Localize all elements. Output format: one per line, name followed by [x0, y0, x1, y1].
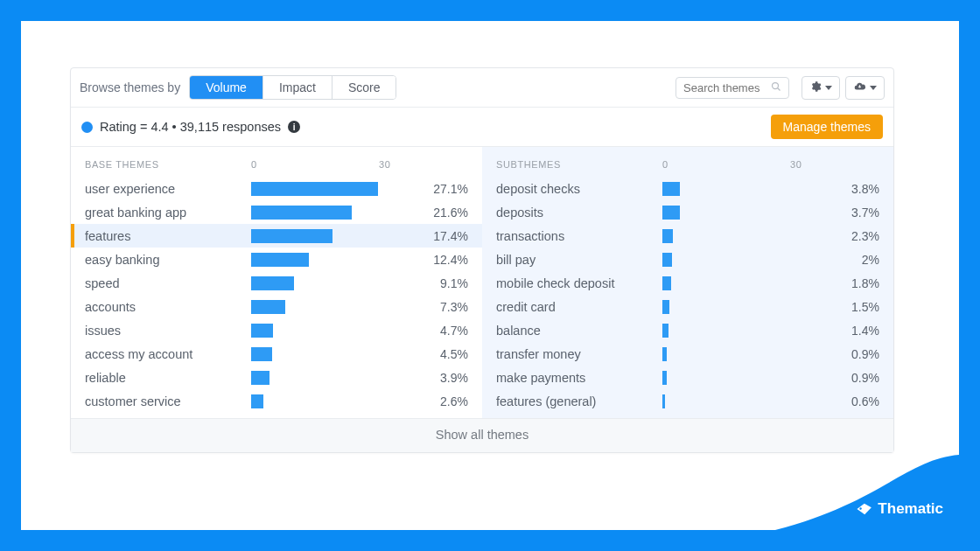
theme-label: mobile check deposit: [496, 276, 662, 290]
theme-bar: [251, 346, 400, 362]
search-input-wrap[interactable]: [676, 77, 789, 99]
theme-label: balance: [496, 324, 662, 338]
theme-label: user experience: [85, 182, 251, 196]
theme-label: deposits: [496, 206, 662, 220]
info-icon[interactable]: i: [288, 121, 300, 133]
theme-pct: 0.9%: [811, 371, 879, 385]
theme-label: deposit checks: [496, 182, 662, 196]
theme-bar: [662, 394, 811, 409]
theme-bar: [251, 370, 400, 386]
theme-row[interactable]: customer service2.6%: [71, 389, 482, 413]
theme-label: make payments: [496, 371, 662, 385]
theme-row[interactable]: accounts7.3%: [71, 295, 482, 318]
theme-bar: [251, 394, 400, 409]
theme-bar: [251, 299, 400, 315]
theme-row[interactable]: issues4.7%: [71, 318, 482, 342]
manage-themes-button[interactable]: Manage themes: [771, 115, 883, 139]
theme-bar: [662, 299, 811, 315]
theme-row[interactable]: access my account4.5%: [71, 342, 482, 366]
theme-bar: [251, 252, 400, 268]
theme-bar: [662, 181, 811, 197]
theme-label: transactions: [496, 229, 662, 243]
theme-pct: 1.4%: [811, 324, 879, 338]
themes-grid: BASE THEMES 0 30 user experience27.1%gre…: [71, 147, 893, 418]
sub-heading: SUBTHEMES: [496, 159, 662, 170]
brand-tag-icon: [856, 500, 875, 517]
theme-bar: [662, 228, 811, 244]
brand-logo: Thematic: [857, 500, 943, 518]
theme-pct: 12.4%: [400, 253, 468, 267]
theme-label: customer service: [85, 394, 251, 408]
theme-label: features (general): [496, 394, 662, 408]
theme-label: accounts: [85, 300, 251, 314]
theme-bar: [662, 323, 811, 338]
theme-pct: 4.5%: [400, 347, 468, 361]
download-button[interactable]: [845, 76, 885, 100]
chevron-down-icon: [870, 86, 877, 90]
theme-row[interactable]: make payments0.9%: [482, 366, 893, 389]
theme-row[interactable]: speed9.1%: [71, 271, 482, 295]
axis-tick-0: 0: [662, 159, 671, 170]
theme-pct: 2%: [811, 253, 879, 267]
theme-label: easy banking: [85, 253, 251, 267]
theme-row[interactable]: transfer money0.9%: [482, 342, 893, 366]
series-dot-icon: [81, 122, 93, 133]
theme-row[interactable]: user experience27.1%: [71, 177, 482, 200]
show-all-themes-button[interactable]: Show all themes: [71, 418, 893, 452]
theme-pct: 1.5%: [811, 300, 879, 314]
svg-line-1: [778, 87, 780, 90]
axis-tick-0: 0: [251, 159, 260, 170]
search-input[interactable]: [683, 81, 766, 94]
tab-impact[interactable]: Impact: [263, 76, 332, 99]
theme-bar: [251, 276, 400, 291]
tab-score[interactable]: Score: [332, 76, 396, 99]
gear-icon: [809, 80, 822, 95]
theme-row[interactable]: bill pay2%: [482, 248, 893, 271]
theme-row[interactable]: features (general)0.6%: [482, 389, 893, 413]
theme-pct: 7.3%: [400, 300, 468, 314]
theme-row[interactable]: transactions2.3%: [482, 224, 893, 248]
theme-bar: [251, 323, 400, 338]
theme-label: speed: [85, 276, 251, 290]
theme-label: features: [85, 229, 251, 243]
theme-row[interactable]: reliable3.9%: [71, 366, 482, 389]
svg-point-0: [773, 82, 779, 88]
theme-pct: 0.9%: [811, 347, 879, 361]
theme-bar: [251, 181, 400, 197]
theme-row[interactable]: deposits3.7%: [482, 200, 893, 224]
theme-row[interactable]: mobile check deposit1.8%: [482, 271, 893, 295]
theme-bar: [251, 228, 400, 244]
theme-bar: [662, 370, 811, 386]
theme-row[interactable]: credit card1.5%: [482, 295, 893, 318]
base-themes-column: BASE THEMES 0 30 user experience27.1%gre…: [71, 147, 482, 418]
theme-row[interactable]: balance1.4%: [482, 318, 893, 342]
theme-row[interactable]: great banking app21.6%: [71, 200, 482, 224]
theme-row[interactable]: deposit checks3.8%: [482, 177, 893, 200]
theme-label: access my account: [85, 347, 251, 361]
search-icon: [771, 81, 781, 94]
subthemes-column: SUBTHEMES 0 30 deposit checks3.8%deposit…: [482, 147, 893, 418]
base-column-header: BASE THEMES 0 30: [71, 159, 482, 177]
brand-swoosh: Thematic: [775, 455, 959, 530]
theme-pct: 9.1%: [400, 276, 468, 290]
theme-bar: [662, 205, 811, 220]
theme-row[interactable]: easy banking12.4%: [71, 248, 482, 271]
theme-pct: 17.4%: [400, 229, 468, 243]
theme-pct: 0.6%: [811, 394, 879, 408]
cloud-download-icon: [853, 80, 866, 95]
tab-volume[interactable]: Volume: [190, 76, 263, 99]
themes-panel: Browse themes by Volume Impact Score: [70, 67, 894, 453]
settings-button[interactable]: [802, 76, 840, 100]
theme-pct: 21.6%: [400, 206, 468, 220]
theme-label: transfer money: [496, 347, 662, 361]
theme-row[interactable]: features17.4%: [71, 224, 482, 248]
theme-pct: 3.7%: [811, 206, 879, 220]
status-bar: Rating = 4.4 • 39,115 responses i Manage…: [71, 108, 893, 147]
topbar: Browse themes by Volume Impact Score: [71, 68, 893, 108]
theme-label: issues: [85, 324, 251, 338]
theme-bar: [662, 276, 811, 291]
theme-label: credit card: [496, 300, 662, 314]
theme-pct: 4.7%: [400, 324, 468, 338]
theme-pct: 27.1%: [400, 182, 468, 196]
browse-label: Browse themes by: [80, 80, 180, 94]
